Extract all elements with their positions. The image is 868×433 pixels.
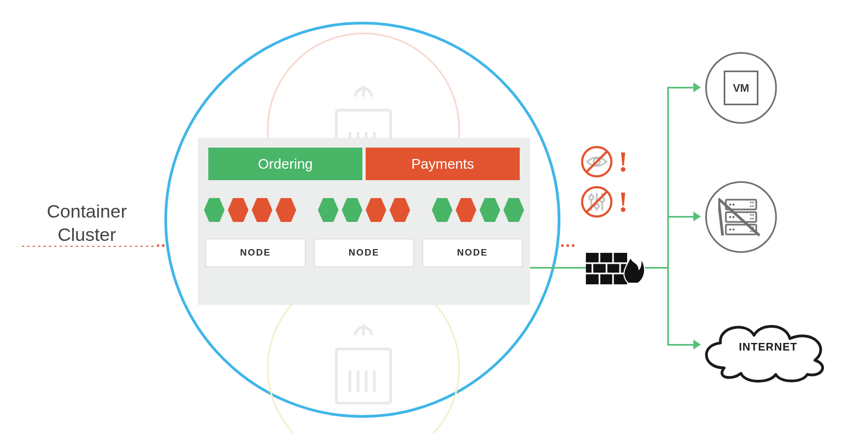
svg-point-42 bbox=[750, 227, 752, 228]
target-server bbox=[705, 181, 777, 253]
svg-point-43 bbox=[752, 227, 754, 228]
connector-line bbox=[521, 267, 591, 269]
svg-point-34 bbox=[729, 216, 731, 218]
pod-hexagon bbox=[228, 198, 248, 222]
svg-point-39 bbox=[752, 218, 754, 220]
nodes-row: NODE NODE NODE bbox=[198, 239, 530, 267]
internet-label: INTERNET bbox=[739, 341, 797, 353]
no-visibility-icon bbox=[580, 145, 613, 178]
arrowhead-icon bbox=[693, 82, 701, 92]
svg-point-7 bbox=[589, 195, 593, 200]
svg-point-29 bbox=[732, 203, 735, 206]
svg-point-45 bbox=[752, 231, 754, 232]
svg-point-31 bbox=[752, 202, 754, 203]
vm-box: VM bbox=[724, 71, 758, 105]
pod-hexagon bbox=[503, 198, 524, 222]
svg-line-26 bbox=[718, 199, 723, 235]
pod-hexagon bbox=[390, 198, 410, 222]
hex-group-3 bbox=[432, 198, 524, 222]
svg-point-32 bbox=[750, 206, 752, 207]
arrowhead-icon bbox=[693, 212, 701, 221]
service-ordering-label: Ordering bbox=[258, 156, 312, 173]
svg-point-40 bbox=[729, 228, 731, 231]
svg-point-44 bbox=[750, 231, 752, 232]
pod-hexagon bbox=[342, 198, 362, 222]
svg-point-38 bbox=[750, 218, 752, 220]
no-control-warning: ! bbox=[580, 186, 628, 218]
node-box: NODE bbox=[314, 239, 414, 267]
svg-point-35 bbox=[732, 216, 735, 218]
no-control-icon bbox=[580, 186, 613, 218]
svg-point-41 bbox=[732, 228, 735, 231]
hexagon-row bbox=[198, 195, 530, 225]
service-payments-label: Payments bbox=[411, 156, 474, 173]
pod-hexagon bbox=[252, 198, 272, 222]
svg-point-36 bbox=[750, 214, 752, 216]
node-label: NODE bbox=[348, 247, 379, 258]
node-label: NODE bbox=[240, 247, 271, 258]
no-visibility-warning: ! bbox=[580, 145, 628, 178]
pod-hexagon bbox=[366, 198, 386, 222]
svg-point-33 bbox=[752, 206, 754, 207]
server-rack-icon bbox=[718, 194, 764, 240]
pod-hexagon bbox=[456, 198, 476, 222]
node-box: NODE bbox=[423, 239, 522, 267]
firewall-icon bbox=[586, 245, 646, 291]
diagram-stage: Container Cluster Ordering bbox=[0, 0, 868, 433]
cluster-panel: Ordering Payments bbox=[198, 138, 530, 305]
server-circle bbox=[705, 181, 777, 253]
target-internet: INTERNET bbox=[694, 314, 835, 386]
warnings-column: ! ! bbox=[580, 145, 628, 218]
service-payments: Payments bbox=[366, 148, 520, 180]
connector-line bbox=[667, 344, 694, 346]
pod-hexagon bbox=[276, 198, 296, 222]
pod-hexagon bbox=[480, 198, 500, 222]
svg-point-30 bbox=[750, 202, 752, 203]
pod-hexagon bbox=[432, 198, 452, 222]
vm-label: VM bbox=[733, 82, 749, 94]
exclamation-icon: ! bbox=[618, 146, 628, 178]
exclamation-icon: ! bbox=[618, 186, 628, 218]
cluster-label: Container Cluster bbox=[16, 200, 157, 246]
svg-line-4 bbox=[587, 152, 607, 171]
node-label: NODE bbox=[457, 247, 488, 258]
cluster-label-text: Container Cluster bbox=[47, 201, 126, 245]
node-box: NODE bbox=[206, 239, 305, 267]
svg-point-37 bbox=[752, 214, 754, 216]
hex-group-1 bbox=[204, 198, 296, 222]
service-ordering: Ordering bbox=[208, 148, 362, 180]
target-vm: VM bbox=[705, 52, 777, 124]
services-row: Ordering Payments bbox=[198, 148, 530, 180]
connector-line bbox=[667, 216, 694, 218]
connector-line bbox=[667, 87, 694, 88]
pod-hexagon bbox=[204, 198, 225, 222]
svg-point-28 bbox=[729, 203, 731, 206]
hex-group-2 bbox=[318, 198, 410, 222]
vm-circle: VM bbox=[705, 52, 777, 124]
svg-line-27 bbox=[718, 199, 760, 235]
pod-hexagon bbox=[318, 198, 339, 222]
